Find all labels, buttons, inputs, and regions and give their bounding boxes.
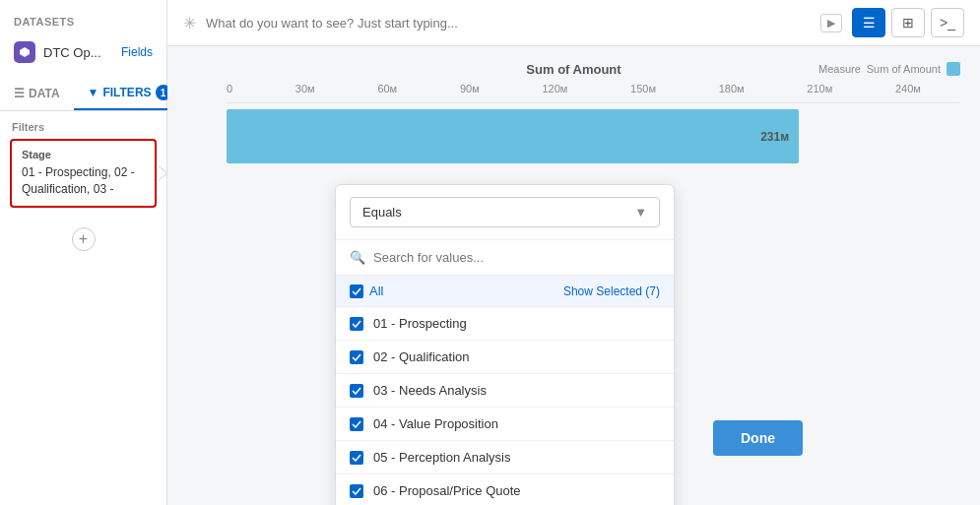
item-checkbox-prospecting[interactable] bbox=[350, 317, 363, 331]
all-checkbox bbox=[350, 284, 363, 298]
all-label: All bbox=[369, 284, 383, 298]
filter-dropdown: Equals ▼ 🔍 All Show Selected (7) bbox=[335, 184, 675, 505]
sidebar-tabs: ☰ DATA ▼ FILTERS 1 bbox=[0, 77, 166, 111]
add-filter-button[interactable]: + bbox=[72, 227, 96, 251]
cmd-icon: ▶ bbox=[820, 14, 842, 32]
axis-180m: 180м bbox=[719, 83, 745, 95]
datasets-header: Datasets bbox=[0, 10, 166, 33]
dataset-fields-link[interactable]: Fields bbox=[121, 45, 153, 59]
stage-filter-card[interactable]: Stage 01 - Prospecting, 02 - Qualificati… bbox=[10, 139, 157, 208]
axis-60m: 60м bbox=[377, 83, 397, 95]
filter-type-label: Equals bbox=[362, 205, 402, 220]
stage-filter-label: Stage bbox=[22, 149, 145, 160]
filter-icon: ▼ bbox=[88, 86, 99, 99]
filters-tab-label: FILTERS bbox=[102, 86, 151, 99]
search-input[interactable] bbox=[206, 16, 811, 31]
all-option[interactable]: All bbox=[350, 284, 383, 298]
list-item[interactable]: 03 - Needs Analysis bbox=[336, 374, 674, 408]
chart-measure-legend: Measure Sum of Amount bbox=[818, 62, 960, 76]
filter-card-wrapper: Stage 01 - Prospecting, 02 - Qualificati… bbox=[10, 139, 157, 208]
axis-210m: 210м bbox=[807, 83, 832, 95]
list-header: All Show Selected (7) bbox=[336, 276, 674, 307]
axis-150m: 150м bbox=[630, 83, 656, 95]
value-search-box: 🔍 bbox=[336, 240, 674, 276]
item-label-needs-analysis: 03 - Needs Analysis bbox=[373, 383, 487, 398]
item-label-perception: 05 - Perception Analysis bbox=[373, 450, 510, 465]
item-checkbox-perception[interactable] bbox=[350, 451, 363, 465]
search-bar: ✳ ▶ ☰ ⊞ >_ bbox=[167, 0, 980, 46]
done-button[interactable]: Done bbox=[713, 420, 803, 456]
data-tab-icon: ☰ bbox=[14, 87, 25, 100]
item-label-prospecting: 01 - Prospecting bbox=[373, 316, 467, 331]
show-selected-button[interactable]: Show Selected (7) bbox=[563, 284, 660, 298]
list-item[interactable]: 06 - Proposal/Price Quote bbox=[336, 474, 674, 505]
bar-value-label: 231м bbox=[760, 130, 789, 144]
item-label-proposal: 06 - Proposal/Price Quote bbox=[373, 483, 521, 498]
item-checkbox-proposal[interactable] bbox=[350, 484, 363, 498]
filters-label: Filters bbox=[10, 121, 157, 133]
legend-label: Sum of Amount bbox=[867, 63, 941, 75]
main-content: ✳ ▶ ☰ ⊞ >_ Measure Sum of Amount Sum of … bbox=[167, 0, 980, 505]
bar-row: 231м bbox=[227, 109, 960, 163]
chart-area: Measure Sum of Amount Sum of Amount 0 30… bbox=[167, 46, 980, 505]
item-label-qualification: 02 - Qualification bbox=[373, 349, 470, 364]
data-tab-label: DATA bbox=[29, 87, 60, 100]
chart-bar: 231м bbox=[227, 109, 799, 163]
dataset-item[interactable]: DTC Op... Fields bbox=[0, 33, 166, 71]
value-search-input[interactable] bbox=[373, 250, 660, 265]
measure-label: Measure bbox=[818, 63, 861, 75]
axis-0: 0 bbox=[227, 83, 232, 95]
toolbar: ☰ ⊞ >_ bbox=[852, 8, 964, 37]
list-item[interactable]: 04 - Value Proposition bbox=[336, 408, 674, 441]
sidebar: Datasets DTC Op... Fields ☰ DATA ▼ FILTE… bbox=[0, 0, 167, 505]
axis-240m: 240м bbox=[895, 83, 921, 95]
dataset-name: DTC Op... bbox=[43, 45, 113, 60]
caret-icon: ▼ bbox=[634, 205, 647, 220]
axis-90m: 90м bbox=[460, 83, 480, 95]
chart-view-button[interactable]: ☰ bbox=[852, 8, 885, 37]
axis-30m: 30м bbox=[295, 83, 315, 95]
item-checkbox-qualification[interactable] bbox=[350, 350, 363, 364]
stage-filter-value: 01 - Prospecting, 02 - Qualification, 03… bbox=[22, 164, 145, 198]
terminal-button[interactable]: >_ bbox=[931, 8, 964, 37]
list-item[interactable]: 01 - Prospecting bbox=[336, 307, 674, 341]
list-item[interactable]: 05 - Perception Analysis bbox=[336, 441, 674, 474]
item-checkbox-value-prop[interactable] bbox=[350, 417, 363, 431]
tab-data[interactable]: ☰ DATA bbox=[0, 77, 74, 110]
item-checkbox-needs-analysis[interactable] bbox=[350, 384, 363, 398]
checkbox-list: 01 - Prospecting 02 - Qualification 03 -… bbox=[336, 307, 674, 505]
add-filter-section: + bbox=[0, 218, 166, 261]
axis-line bbox=[227, 102, 960, 103]
item-label-value-prop: 04 - Value Proposition bbox=[373, 416, 498, 431]
legend-color-dot bbox=[947, 62, 960, 76]
search-values-icon: 🔍 bbox=[350, 250, 365, 265]
svg-marker-0 bbox=[20, 47, 30, 57]
dataset-icon bbox=[14, 41, 35, 63]
sparkle-icon: ✳ bbox=[183, 14, 196, 32]
filters-section: Filters Stage 01 - Prospecting, 02 - Qua… bbox=[0, 111, 166, 218]
filter-type-select[interactable]: Equals ▼ bbox=[350, 197, 660, 227]
chart-axis: 0 30м 60м 90м 120м 150м 180м 210м 240м bbox=[187, 83, 960, 95]
dropdown-header: Equals ▼ bbox=[336, 185, 674, 240]
list-item[interactable]: 02 - Qualification bbox=[336, 341, 674, 374]
axis-120m: 120м bbox=[542, 83, 567, 95]
table-view-button[interactable]: ⊞ bbox=[891, 8, 925, 37]
bar-chart-row: 231м bbox=[187, 102, 960, 163]
